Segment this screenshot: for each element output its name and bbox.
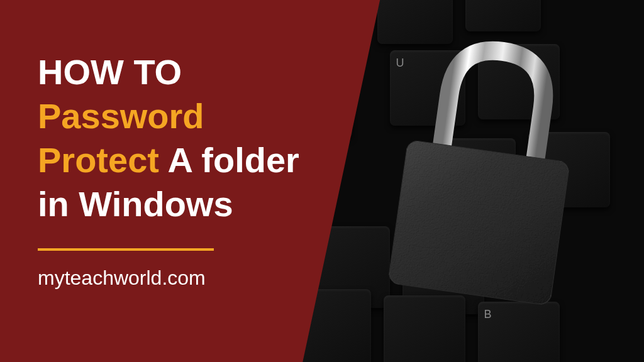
keyboard-key xyxy=(465,0,541,31)
accent-divider xyxy=(38,248,214,251)
main-heading: HOW TO Password Protect A folder in Wind… xyxy=(38,50,314,226)
banner-container: 8&UTB xyxy=(0,0,644,362)
svg-rect-0 xyxy=(388,140,570,305)
heading-line-1: HOW TO xyxy=(38,50,314,94)
